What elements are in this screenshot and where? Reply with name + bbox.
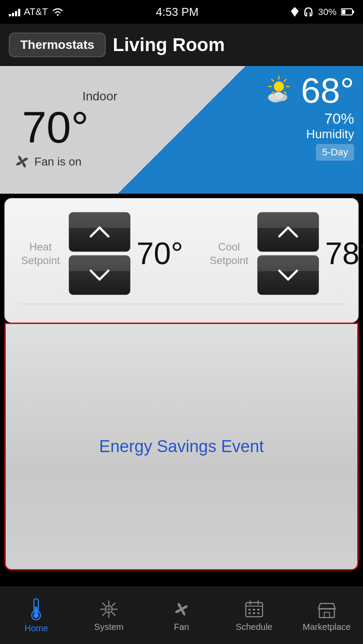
svg-line-9 [272, 92, 274, 94]
setpoints-row: HeatSetpoint 70° [19, 212, 344, 295]
home-thermometer-icon [27, 598, 45, 621]
svg-rect-43 [319, 609, 334, 618]
page-title: Living Room [113, 34, 225, 55]
main-content: Indoor 70° Fan is on [0, 66, 363, 587]
svg-line-7 [284, 92, 286, 94]
location-icon [291, 7, 299, 17]
battery-percent: 30% [318, 7, 337, 17]
heat-setpoint-value: 70° [137, 236, 189, 271]
heat-setpoint-group: HeatSetpoint 70° [19, 212, 189, 295]
divider [19, 304, 344, 304]
status-right: 30% [291, 7, 354, 17]
cool-setpoint-value: 78° [325, 236, 363, 271]
humidity-label: Humidity [306, 127, 354, 141]
bottom-nav: Home System Fan [0, 587, 363, 644]
svg-point-16 [268, 94, 276, 101]
fan-nav-icon [171, 599, 192, 619]
nav-home[interactable]: Home [0, 598, 73, 633]
chevron-down-icon [89, 269, 111, 282]
weather-top: 68° [263, 73, 354, 108]
heat-setpoint-label: HeatSetpoint [19, 240, 63, 267]
svg-line-26 [103, 603, 105, 606]
nav-home-label: Home [25, 623, 48, 633]
cool-up-button[interactable] [257, 212, 319, 252]
svg-point-12 [274, 81, 284, 92]
svg-rect-45 [324, 612, 330, 618]
chevron-up-icon [89, 225, 111, 239]
outdoor-temperature: 68° [301, 73, 354, 108]
svg-rect-40 [248, 612, 251, 614]
heat-setpoint-controls [69, 212, 130, 295]
humidity-display: 70% Humidity [306, 110, 354, 141]
humidity-value: 70% [324, 110, 354, 127]
svg-line-28 [112, 603, 115, 606]
svg-line-29 [103, 613, 105, 615]
thermostats-back-button[interactable]: Thermostats [9, 33, 106, 57]
svg-rect-20 [35, 607, 37, 615]
status-left: AT&T [9, 6, 64, 18]
wifi-icon [52, 7, 64, 17]
cool-setpoint-group: CoolSetpoint 78° [207, 212, 363, 295]
svg-rect-41 [253, 612, 255, 614]
weather-section: 68° 70% Humidity 5-Day [174, 66, 363, 194]
carrier-label: AT&T [24, 6, 48, 18]
svg-rect-38 [253, 609, 255, 611]
status-bar: AT&T 4:53 PM 30% [0, 0, 363, 24]
indoor-section: Indoor 70° Fan is on [0, 66, 200, 194]
nav-marketplace-label: Marketplace [303, 622, 351, 632]
weather-icon [263, 74, 296, 107]
svg-rect-37 [248, 609, 251, 611]
chevron-up-icon [277, 225, 299, 239]
app-header: Thermostats Living Room [0, 24, 363, 66]
five-day-button[interactable]: 5-Day [316, 144, 354, 161]
fan-status: Fan is on [13, 153, 186, 170]
svg-rect-2 [342, 10, 345, 14]
schedule-icon [244, 599, 264, 619]
heat-down-button[interactable] [69, 255, 130, 295]
nav-system[interactable]: System [73, 599, 145, 632]
system-icon [99, 599, 119, 619]
svg-line-11 [272, 79, 274, 81]
status-time: 4:53 PM [156, 5, 199, 19]
nav-schedule-label: Schedule [236, 622, 272, 632]
nav-fan[interactable]: Fan [145, 599, 218, 632]
marketplace-icon [317, 599, 337, 619]
energy-savings-section: Energy Savings Event [4, 323, 359, 570]
cool-setpoint-label: CoolSetpoint [207, 240, 251, 267]
svg-rect-1 [352, 11, 354, 13]
indoor-label: Indoor [13, 89, 186, 103]
nav-fan-label: Fan [174, 622, 189, 632]
nav-schedule[interactable]: Schedule [218, 599, 290, 632]
signal-bars [9, 7, 20, 16]
cool-setpoint-controls [257, 212, 319, 295]
energy-savings-link[interactable]: Energy Savings Event [99, 437, 264, 456]
headphone-icon [303, 7, 314, 17]
heat-up-button[interactable] [69, 212, 130, 252]
battery-icon [341, 8, 354, 16]
indoor-temperature: 70° [22, 105, 186, 149]
svg-line-5 [284, 79, 286, 81]
chevron-down-icon [277, 269, 299, 282]
control-panel: HeatSetpoint 70° [4, 198, 359, 323]
fan-icon [13, 153, 31, 170]
fan-status-text: Fan is on [34, 155, 81, 169]
svg-rect-42 [257, 612, 259, 614]
weather-panel: Indoor 70° Fan is on [0, 66, 363, 194]
cool-down-button[interactable] [257, 255, 319, 295]
svg-line-27 [112, 613, 115, 615]
nav-marketplace[interactable]: Marketplace [290, 599, 363, 632]
nav-system-label: System [94, 622, 124, 632]
svg-rect-39 [257, 609, 259, 611]
